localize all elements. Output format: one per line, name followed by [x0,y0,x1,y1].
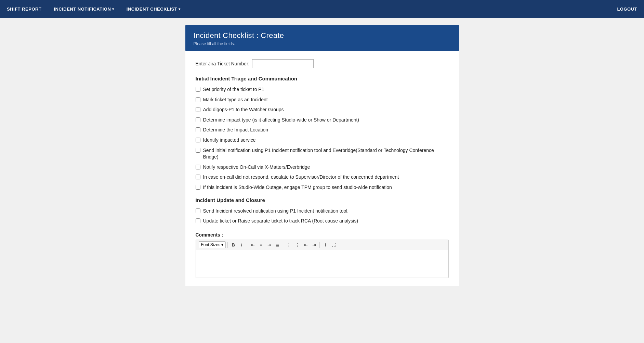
section1-checkbox-5[interactable] [196,138,200,142]
nav-logout[interactable]: LOGOUT [617,7,637,12]
list-item: Determine impact type (is it affecting S… [196,117,449,124]
italic-button[interactable]: I [238,241,245,249]
align-left-button[interactable]: ⇤ [249,241,257,249]
section1-label-3: Determine impact type (is it affecting S… [203,117,359,124]
navbar: SHIFT REPORT INCIDENT NOTIFICATION ▾ INC… [0,0,644,18]
section1-checkbox-9[interactable] [196,185,200,190]
list-item: If this incident is Studio-Wide Outage, … [196,184,449,191]
font-sizes-label: Font Sizes [201,242,221,247]
list-item: Add digops-P1 to the Watcher Groups [196,106,449,113]
section1-title: Initial Incident Triage and Communicatio… [196,76,449,81]
section1-label-2: Add digops-P1 to the Watcher Groups [203,106,284,113]
outdent-button[interactable]: ⇤ [302,241,310,249]
toolbar-separator [227,242,228,248]
editor-toolbar: Font Sizes ▾ B I ⇤ ≡ ⇥ ≣ ⋮ ⋮ ⇤ ⇥ I ⛶ [196,240,448,250]
ordered-list-button[interactable]: ⋮ [293,241,301,249]
jira-ticket-input[interactable] [252,59,314,68]
font-sizes-button[interactable]: Font Sizes ▾ [199,241,226,248]
section2-checkbox-1[interactable] [196,218,200,223]
jira-ticket-label: Enter Jira Ticket Number: [196,61,250,66]
section1-label-8: In case on-call did not respond, escalat… [203,174,399,181]
list-item: Notify respective On-Call via X-Matters/… [196,164,449,171]
section2-title: Incident Update and Closure [196,197,449,203]
incident-checklist-arrow-icon: ▾ [179,7,181,11]
section2-label-1: Update ticket or Raise separate ticket t… [203,218,358,225]
page-subtitle: Please fill all the fields. [194,41,451,46]
strikethrough-button[interactable]: I [321,241,329,249]
section1-checkbox-7[interactable] [196,165,200,169]
list-item: Send Incident resolved notification usin… [196,208,449,215]
list-item: Update ticket or Raise separate ticket t… [196,218,449,225]
align-center-button[interactable]: ≡ [257,241,265,249]
list-item: Send initial notification using P1 Incid… [196,147,449,161]
comments-editor: Font Sizes ▾ B I ⇤ ≡ ⇥ ≣ ⋮ ⋮ ⇤ ⇥ I ⛶ [196,240,449,278]
section1-checkbox-1[interactable] [196,97,200,102]
section1-label-6: Send initial notification using P1 Incid… [203,147,449,161]
section1-checklist: Set priority of the ticket to P1Mark tic… [196,86,449,191]
page-title: Incident Checklist : Create [194,31,451,40]
indent-button[interactable]: ⇥ [310,241,318,249]
section2-label-0: Send Incident resolved notification usin… [203,208,349,215]
section1-label-4: Determine the Impact Location [203,127,268,134]
incident-notification-arrow-icon: ▾ [112,7,114,11]
section2-checklist: Send Incident resolved notification usin… [196,208,449,225]
fullscreen-button[interactable]: ⛶ [330,241,338,249]
section1-checkbox-3[interactable] [196,117,200,122]
section2-checkbox-0[interactable] [196,208,200,213]
list-item: Set priority of the ticket to P1 [196,86,449,93]
toolbar-separator4 [319,242,320,248]
comments-editor-body[interactable] [196,250,448,278]
unordered-list-button[interactable]: ⋮ [285,241,293,249]
section1-label-1: Mark ticket type as an Incident [203,97,268,103]
align-justify-button[interactable]: ≣ [274,241,281,249]
section1-checkbox-0[interactable] [196,87,200,92]
toolbar-separator3 [283,242,283,248]
page-header: Incident Checklist : Create Please fill … [185,25,459,51]
font-sizes-arrow-icon: ▾ [221,242,223,247]
section1-checkbox-4[interactable] [196,127,200,132]
section1-checkbox-2[interactable] [196,107,200,112]
comments-label: Comments : [196,232,449,238]
section1-label-9: If this incident is Studio-Wide Outage, … [203,184,392,191]
section1-label-0: Set priority of the ticket to P1 [203,86,264,93]
nav-shift-report[interactable]: SHIFT REPORT [7,0,48,18]
bold-button[interactable]: B [229,241,237,249]
toolbar-separator2 [247,242,247,248]
align-right-button[interactable]: ⇥ [265,241,273,249]
list-item: Identify impacted service [196,137,449,144]
jira-ticket-row: Enter Jira Ticket Number: [196,59,449,68]
section1-checkbox-8[interactable] [196,175,200,179]
list-item: Mark ticket type as an Incident [196,97,449,103]
section1-label-7: Notify respective On-Call via X-Matters/… [203,164,310,171]
form-area: Enter Jira Ticket Number: Initial Incide… [185,51,459,286]
section1-label-5: Identify impacted service [203,137,256,144]
list-item: In case on-call did not respond, escalat… [196,174,449,181]
nav-incident-notification[interactable]: INCIDENT NOTIFICATION ▾ [48,0,120,18]
nav-incident-checklist[interactable]: INCIDENT CHECKLIST ▾ [120,0,187,18]
section1-checkbox-6[interactable] [196,148,200,153]
list-item: Determine the Impact Location [196,127,449,134]
